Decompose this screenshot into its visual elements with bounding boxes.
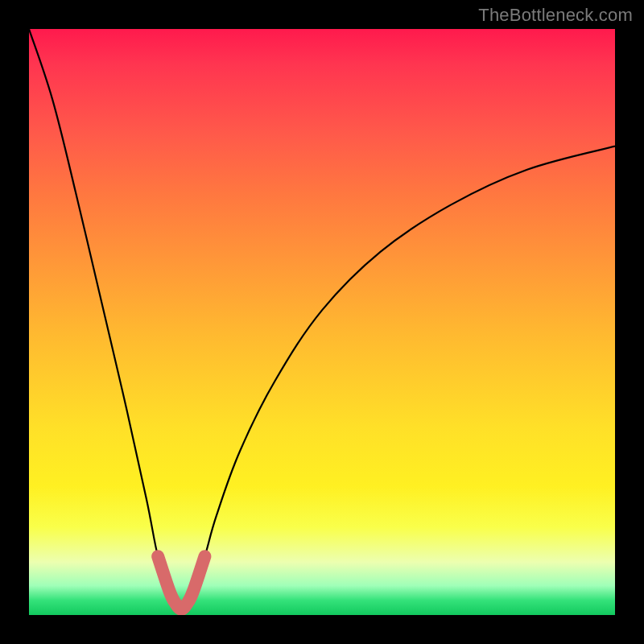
watermark-text: TheBottleneck.com (478, 5, 633, 26)
chart-frame: TheBottleneck.com (0, 0, 644, 644)
highlight-segment (158, 556, 204, 609)
bottleneck-curve-svg (29, 29, 615, 615)
bottleneck-curve (29, 29, 615, 609)
plot-area (29, 29, 615, 615)
